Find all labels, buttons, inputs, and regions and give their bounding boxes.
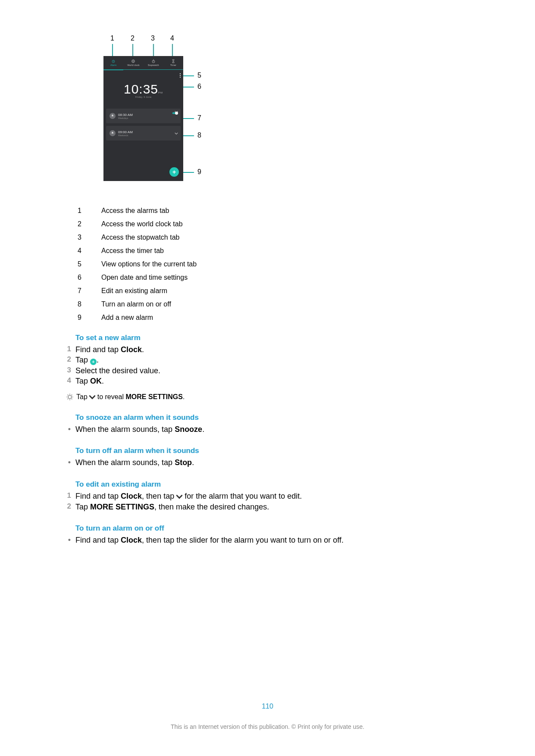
tip-text: Tap to reveal MORE SETTINGS. [76,393,185,401]
legend-row: 7Edit an existing alarm [78,287,459,295]
callout-number: 9 [197,168,201,176]
callout-number: 4 [170,34,174,42]
callout-number: 3 [151,34,155,42]
options-menu-button[interactable] [180,73,181,78]
add-alarm-fab[interactable]: + [169,167,179,177]
step-text: Find and tap Clock, then tap for the ala… [75,491,302,502]
svg-point-5 [68,395,72,399]
active-tab-underline [103,69,123,70]
legend-row: 2Access the world clock tab [78,220,459,228]
chevron-down-icon [176,491,182,502]
alarm-label: Weekends [118,134,133,137]
step-text: Tap OK. [75,376,104,386]
bell-icon [110,130,116,136]
bullet-row: • Find and tap Clock, then tap the slide… [63,535,459,545]
callout-line [182,135,194,136]
current-time-display[interactable]: 10:35PM Friday, 9 June [103,82,183,98]
step-row: 1 Find and tap Clock, then tap for the a… [63,491,459,502]
world-clock-icon [131,59,135,63]
callout-number: 7 [197,114,201,122]
tab-stopwatch[interactable]: Stopwatch [144,56,163,69]
step-text: Tap MORE SETTINGS, then make the desired… [75,502,269,512]
section-heading: To turn off an alarm when it sounds [75,447,459,455]
legend-row: 3Access the stopwatch tab [78,234,459,241]
tip-row: Tap to reveal MORE SETTINGS. [63,393,459,401]
callout-number: 8 [197,131,201,139]
legend-row: 8Turn an alarm on or off [78,300,459,308]
callout-legend: 1Access the alarms tab 2Access the world… [78,207,459,322]
timer-icon [171,59,175,63]
footer-note: This is an Internet version of this publ… [0,723,535,730]
alarm-icon [111,59,116,63]
chevron-down-icon [89,394,95,401]
alarm-time: 09:00 AM [118,130,133,134]
bullet-text: When the alarm sounds, tap Stop. [75,457,194,468]
section-heading: To set a new alarm [75,334,459,342]
step-row: 2 Tap MORE SETTINGS, then make the desir… [63,502,459,512]
tab-label: Stopwatch [148,64,159,66]
section-heading: To snooze an alarm when it sounds [75,413,459,422]
tip-icon [63,393,76,401]
callout-number: 5 [197,72,201,79]
alarm-label: Weekdays [118,117,133,119]
legend-row: 1Access the alarms tab [78,207,459,215]
step-text: Select the desired value. [75,366,160,376]
alarm-time: 08:30 AM [118,113,133,117]
tab-world-clock[interactable]: World clock [123,56,143,69]
legend-row: 6Open date and time settings [78,274,459,281]
step-row: 2 Tap +. [63,355,459,365]
tab-label: Alarm [110,64,116,66]
tab-label: World clock [127,64,139,66]
callout-number: 6 [197,83,201,91]
alarm-toggle-on[interactable] [172,111,178,115]
step-text: Find and tap Clock. [75,344,144,355]
tab-label: Timer [170,64,176,66]
tab-timer[interactable]: Timer [163,56,183,69]
bullet-text: Find and tap Clock, then tap the slider … [75,535,344,545]
step-row: 4 Tap OK. [63,376,459,386]
alarm-item[interactable]: 08:30 AM Weekdays [106,109,181,123]
time-ampm: PM [158,91,163,94]
plus-icon: + [90,359,97,365]
date-value: Friday, 9 June [103,96,183,98]
legend-row: 4Access the timer tab [78,247,459,255]
callout-number: 2 [131,34,135,42]
annotated-screenshot: 1 2 3 4 5 6 7 8 9 A [91,34,297,190]
bullet-row: • When the alarm sounds, tap Stop. [63,457,459,468]
bullet-icon: • [63,535,75,545]
section-heading: To edit an existing alarm [75,480,459,489]
bullet-icon: • [63,424,75,434]
bullet-icon: • [63,457,75,468]
bullet-row: • When the alarm sounds, tap Snooze. [63,424,459,434]
clock-app-screenshot: Alarm World clock Stopwatch Timer [103,56,183,181]
tab-alarm[interactable]: Alarm [103,56,123,69]
callout-line [182,75,194,76]
legend-row: 5View options for the current tab [78,260,459,268]
svg-point-4 [175,112,178,115]
callout-number: 1 [110,34,114,42]
chevron-down-icon[interactable] [175,132,178,136]
time-value: 10:35 [124,82,158,96]
page-number: 110 [0,703,535,710]
step-row: 1 Find and tap Clock. [63,344,459,355]
bell-icon [110,113,116,119]
legend-row: 9Add a new alarm [78,314,459,322]
plus-icon: + [172,169,176,175]
step-row: 3 Select the desired value. [63,366,459,376]
section-heading: To turn an alarm on or off [75,524,459,533]
tab-bar: Alarm World clock Stopwatch Timer [103,56,183,70]
bullet-text: When the alarm sounds, tap Snooze. [75,424,204,434]
stopwatch-icon [151,59,156,63]
step-text: Tap +. [75,355,99,365]
alarm-item[interactable]: 09:00 AM Weekends [106,126,181,141]
